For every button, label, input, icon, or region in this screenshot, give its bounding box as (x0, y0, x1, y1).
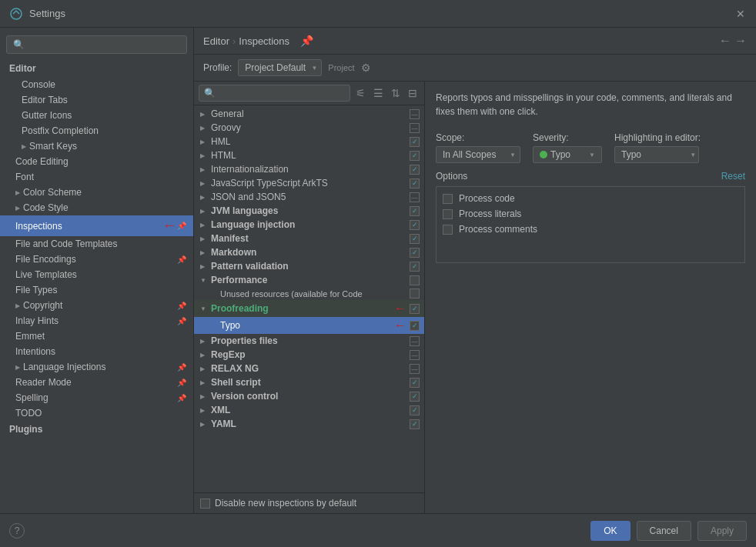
manifest-checkbox[interactable] (410, 234, 420, 244)
list-search-input[interactable] (199, 85, 350, 102)
unused-checkbox[interactable] (410, 289, 420, 299)
i18n-checkbox[interactable] (410, 165, 420, 175)
process-code-checkbox[interactable] (443, 194, 453, 204)
reset-link[interactable]: Reset (721, 171, 745, 182)
apply-button[interactable]: Apply (697, 521, 747, 541)
insp-item-xml[interactable]: ▶ XML (194, 403, 424, 417)
sidebar-item-code-style[interactable]: Code Style (0, 200, 193, 215)
insp-item-yaml[interactable]: ▶ YAML (194, 417, 424, 431)
insp-item-lang-inject[interactable]: ▶ Language injection (194, 218, 424, 232)
js-ts-checkbox[interactable] (410, 178, 420, 188)
disable-checkbox[interactable] (200, 499, 210, 509)
html-checkbox[interactable] (410, 151, 420, 161)
insp-item-i18n[interactable]: ▶ Internationalization (194, 162, 424, 176)
spelling-icon: 📌 (176, 392, 187, 403)
filter-icon[interactable]: ⚟ (353, 85, 368, 101)
sidebar-item-file-encodings[interactable]: File Encodings 📌 (0, 252, 193, 267)
jvm-arrow: ▶ (200, 208, 208, 215)
insp-item-properties[interactable]: ▶ Properties files (194, 334, 424, 348)
sidebar-item-reader-mode[interactable]: Reader Mode 📌 (0, 375, 193, 390)
sidebar-item-gutter-icons[interactable]: Gutter Icons (0, 108, 193, 123)
profile-select[interactable]: Project Default (238, 59, 322, 76)
insp-item-general[interactable]: ▶ General (194, 107, 424, 121)
sidebar-item-smart-keys[interactable]: Smart Keys (0, 138, 193, 154)
sidebar-item-live-templates[interactable]: Live Templates (0, 267, 193, 282)
sidebar-item-spelling[interactable]: Spelling 📌 (0, 390, 193, 405)
scope-severity-row: Scope: In All Scopes Severity: (436, 132, 745, 163)
insp-item-proofreading[interactable]: ▼ Proofreading ← (194, 300, 424, 317)
insp-item-unused-resources[interactable]: Unused resources (available for Code (194, 287, 424, 300)
ok-button[interactable]: OK (590, 521, 630, 541)
typo-checkbox[interactable] (410, 321, 420, 331)
help-button[interactable]: ? (9, 523, 25, 539)
sidebar-item-emmet[interactable]: Emmet (0, 329, 193, 344)
sidebar-item-postfix-completion[interactable]: Postfix Completion (0, 123, 193, 138)
properties-checkbox[interactable] (410, 336, 420, 346)
cancel-button[interactable]: Cancel (637, 521, 691, 541)
insp-item-groovy[interactable]: ▶ Groovy (194, 121, 424, 135)
shell-checkbox[interactable] (410, 378, 420, 388)
insp-item-html[interactable]: ▶ HTML (194, 148, 424, 162)
groovy-checkbox[interactable] (410, 123, 420, 133)
vcs-checkbox[interactable] (410, 392, 420, 402)
performance-checkbox[interactable] (410, 275, 420, 285)
insp-item-vcs[interactable]: ▶ Version control (194, 389, 424, 403)
xml-checkbox[interactable] (410, 405, 420, 415)
process-literals-checkbox[interactable] (443, 209, 453, 219)
insp-item-markdown[interactable]: ▶ Markdown (194, 245, 424, 259)
sidebar-item-intentions[interactable]: Intentions (0, 344, 193, 359)
sidebar-item-console[interactable]: Console (0, 77, 193, 92)
insp-item-manifest[interactable]: ▶ Manifest (194, 232, 424, 245)
regexp-checkbox[interactable] (410, 350, 420, 360)
general-checkbox[interactable] (410, 109, 420, 119)
nav-forward-button[interactable]: → (734, 34, 747, 48)
shell-arrow: ▶ (200, 379, 208, 386)
sidebar-item-font[interactable]: Font (0, 169, 193, 185)
options-label: Options (436, 171, 467, 182)
collapse-icon[interactable]: ⊟ (406, 85, 420, 101)
sidebar-item-copyright[interactable]: Copyright 📌 (0, 298, 193, 313)
json-checkbox[interactable] (410, 192, 420, 202)
sidebar-item-file-types[interactable]: File Types (0, 282, 193, 298)
breadcrumb-separator: › (232, 35, 236, 47)
sidebar-item-file-code-templates[interactable]: File and Code Templates (0, 236, 193, 252)
sidebar-item-language-injections[interactable]: Language Injections 📌 (0, 359, 193, 375)
severity-select[interactable]: Typo ▼ (533, 146, 602, 163)
insp-item-json[interactable]: ▶ JSON and JSON5 (194, 190, 424, 204)
highlight-select[interactable]: Typo (614, 146, 699, 163)
process-comments-checkbox[interactable] (443, 225, 453, 235)
expand-icon[interactable]: ⇅ (389, 85, 403, 101)
insp-item-js-ts[interactable]: ▶ JavaScript TypeScript ArkTS (194, 176, 424, 190)
insp-item-performance[interactable]: ▼ Performance (194, 273, 424, 287)
nav-back-button[interactable]: ← (719, 34, 731, 48)
insp-item-pattern[interactable]: ▶ Pattern validation (194, 259, 424, 273)
hml-checkbox[interactable] (410, 137, 420, 147)
sidebar-search[interactable] (6, 35, 187, 54)
insp-item-shell[interactable]: ▶ Shell script (194, 375, 424, 389)
sidebar-item-inlay-hints[interactable]: Inlay Hints 📌 (0, 313, 193, 329)
lang-inject-checkbox[interactable] (410, 220, 420, 230)
insp-item-typo[interactable]: Typo ← (194, 317, 424, 334)
header-pin-icon[interactable]: 📌 (300, 35, 313, 47)
insp-item-relax-ng[interactable]: ▶ RELAX NG (194, 362, 424, 375)
relax-ng-checkbox[interactable] (410, 364, 420, 374)
highlight-group: Highlighting in editor: Typo (614, 132, 701, 163)
insp-item-jvm[interactable]: ▶ JVM languages (194, 204, 424, 218)
insp-item-regexp[interactable]: ▶ RegExp (194, 348, 424, 362)
markdown-checkbox[interactable] (410, 248, 420, 258)
list-icon[interactable]: ☰ (371, 85, 386, 101)
sidebar-item-code-editing[interactable]: Code Editing (0, 154, 193, 169)
sidebar-item-editor-tabs[interactable]: Editor Tabs (0, 92, 193, 108)
scope-select[interactable]: In All Scopes (436, 146, 520, 163)
sidebar-item-todo[interactable]: TODO (0, 405, 193, 421)
proofreading-checkbox[interactable] (410, 304, 420, 314)
sidebar-item-inspections[interactable]: Inspections ← 📌 (0, 215, 193, 236)
pattern-checkbox[interactable] (410, 262, 420, 272)
process-literals-label: Process literals (459, 208, 521, 219)
gear-icon[interactable]: ⚙ (361, 62, 371, 74)
jvm-checkbox[interactable] (410, 206, 420, 216)
yaml-checkbox[interactable] (410, 419, 420, 429)
close-button[interactable]: ✕ (734, 8, 747, 20)
insp-item-hml[interactable]: ▶ HML (194, 135, 424, 148)
sidebar-item-color-scheme[interactable]: Color Scheme (0, 185, 193, 200)
